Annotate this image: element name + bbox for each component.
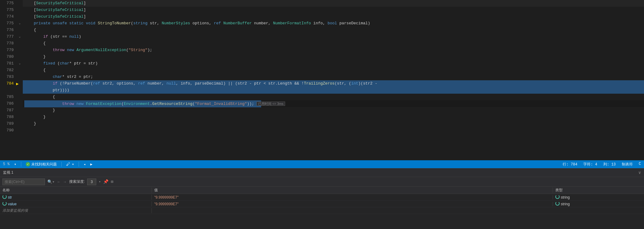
pin-icon[interactable]: 📌 (103, 179, 108, 184)
code-line[interactable]: 775⌄ private unsafe static void StringTo… (0, 20, 644, 27)
code-line[interactable]: 786 throw new FormatException(Environmen… (0, 100, 644, 107)
line-content: if (str == null) (23, 33, 644, 40)
code-line[interactable]: 784▶ if (!ParseNumber(ref str2, options,… (0, 80, 644, 87)
watch-cell-name: str (0, 195, 152, 200)
nav-left-icon[interactable]: ◂ (83, 162, 86, 167)
line-content: throw new FormatException(Environment.Ge… (23, 100, 644, 107)
line-gutter (17, 107, 23, 114)
line-gutter (17, 0, 23, 7)
depth-label: 搜索深度: (69, 179, 85, 184)
dropdown-arrow[interactable]: ▾ (72, 162, 74, 167)
line-content: { (23, 40, 644, 47)
nav-fwd-btn[interactable]: → (63, 180, 67, 184)
line-number: 779 (0, 47, 17, 54)
line-gutter (17, 54, 23, 60)
tab-indicator[interactable]: 制表符 (622, 162, 633, 167)
line-gutter (17, 87, 23, 94)
code-line[interactable]: 789 } (0, 120, 644, 127)
col-value-header: 值 (152, 188, 553, 193)
line-content (23, 127, 644, 134)
panel-close-button[interactable]: ∨ (639, 170, 641, 175)
right-arrow-icon[interactable]: ▶ (90, 162, 92, 167)
line-content: [SecuritySafeCritical] (23, 7, 644, 13)
line-position: 行: 784 (563, 162, 577, 167)
zoom-level: 5 % (3, 162, 10, 166)
add-watch-cell[interactable]: 添加要监视的项 (0, 208, 152, 213)
line-number: 776 (0, 27, 17, 33)
search-bar: 🔍▾ ← → 搜索深度: ▾ 📌 ⊞ (0, 177, 644, 187)
search-icon[interactable]: 🔍▾ (47, 179, 55, 184)
panel-title: 监视 1 (3, 170, 13, 175)
code-line[interactable]: 776 { (0, 27, 644, 33)
code-line[interactable]: 788 } (0, 114, 644, 120)
code-line[interactable]: 790 (0, 127, 644, 134)
line-number: 780 (0, 54, 17, 60)
line-gutter: ⌄ (17, 60, 23, 67)
line-number: 784 (0, 80, 17, 87)
line-content: { (23, 94, 644, 100)
code-area[interactable]: 775 [SecuritySafeCritical]775 [SecurityS… (0, 0, 644, 160)
code-line[interactable]: 777⌄ if (str == null) (0, 33, 644, 40)
code-line[interactable]: 775 [SecuritySafeCritical] (0, 0, 644, 7)
search-input[interactable] (2, 179, 45, 185)
line-gutter (17, 74, 23, 80)
add-watch-label[interactable]: 添加要监视的项 (2, 208, 28, 213)
line-gutter (17, 94, 23, 100)
line-gutter (17, 47, 23, 54)
encoding-indicator[interactable]: C (639, 162, 641, 167)
pencil-icon[interactable]: 🖊 (66, 162, 70, 167)
line-gutter: ▶ (17, 80, 23, 87)
line-content: char* str2 = ptr; (23, 74, 644, 80)
expand-icon[interactable]: ⊞ (111, 179, 113, 184)
watch-name-text: value (8, 202, 17, 206)
code-line[interactable]: 774 [SecuritySafeCritical] (0, 13, 644, 20)
refresh-icon (2, 195, 7, 200)
watch-header: 名称 值 类型 (0, 187, 644, 194)
watch-row[interactable]: value"9.9999999E7"string (0, 201, 644, 207)
line-content: { (23, 67, 644, 74)
toolbar-icons[interactable]: 🖊 ▾ (66, 162, 74, 167)
line-number: 786 (0, 100, 17, 107)
code-line[interactable]: 785 { (0, 94, 644, 100)
code-line[interactable]: 787 } (0, 107, 644, 114)
line-content: } (23, 54, 644, 60)
line-gutter (17, 40, 23, 47)
line-number: 775 (0, 20, 17, 27)
watch-cell-value: "9.9999999E7" (152, 202, 553, 206)
line-number: 781 (0, 60, 17, 67)
collapse-arrow-icon[interactable]: ⌄ (17, 60, 23, 67)
col-type-header: 类型 (553, 188, 644, 193)
add-watch-row[interactable]: 添加要监视的项 (0, 207, 644, 214)
collapse-arrow-icon[interactable]: ⌄ (17, 20, 23, 27)
problems-indicator[interactable]: ✓ 未找到相关问题 (26, 162, 57, 167)
line-number: 778 (0, 40, 17, 47)
line-number: 775 (0, 7, 17, 13)
code-line[interactable]: 779 throw new ArgumentNullException("Str… (0, 47, 644, 54)
code-line[interactable]: 775 [SecuritySafeCritical] (0, 7, 644, 13)
line-content: } (23, 107, 644, 114)
line-gutter (17, 67, 23, 74)
depth-dropdown[interactable]: ▾ (99, 180, 101, 184)
zoom-dropdown-icon[interactable]: ▾ (14, 162, 16, 167)
depth-input[interactable] (87, 179, 96, 185)
code-line[interactable]: 783 char* str2 = ptr; (0, 74, 644, 80)
code-line[interactable]: 782 { (0, 67, 644, 74)
watch-row[interactable]: str"9.9999999E7"string (0, 194, 644, 201)
code-line[interactable]: 778 { (0, 40, 644, 47)
collapse-arrow-icon[interactable]: ⌄ (17, 33, 23, 40)
line-number (0, 87, 17, 94)
line-gutter (17, 114, 23, 120)
timing-hint: 已用时间 <= 3ms (257, 102, 285, 106)
code-line[interactable]: ptr)))) (0, 87, 644, 94)
code-line[interactable]: 780 } (0, 54, 644, 60)
panel-header: 监视 1 ∨ (0, 168, 644, 177)
code-line[interactable]: 781⌄ fixed (char* ptr = str) (0, 60, 644, 67)
line-content: [SecuritySafeCritical] (23, 0, 644, 7)
line-number: 787 (0, 107, 17, 114)
bottom-panel: 监视 1 ∨ 🔍▾ ← → 搜索深度: ▾ 📌 ⊞ 名称 值 类型 str"9.… (0, 168, 644, 229)
nav-back-btn[interactable]: ← (57, 180, 61, 184)
line-gutter (17, 120, 23, 127)
line-content: throw new ArgumentNullException("String"… (23, 47, 644, 54)
line-content: { (23, 27, 644, 33)
type-refresh-icon (555, 201, 560, 206)
